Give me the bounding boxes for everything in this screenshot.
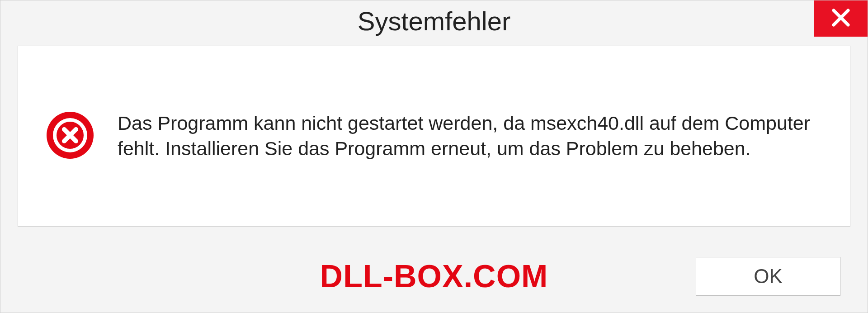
close-button[interactable] xyxy=(814,0,868,37)
close-icon xyxy=(831,8,851,29)
error-icon xyxy=(45,110,95,162)
dialog-title: Systemfehler xyxy=(358,6,510,36)
titlebar: Systemfehler xyxy=(0,0,868,41)
ok-button[interactable]: OK xyxy=(696,257,840,296)
watermark-text: DLL-BOX.COM xyxy=(320,258,548,294)
footer: DLL-BOX.COM OK xyxy=(0,249,868,304)
error-message: Das Programm kann nicht gestartet werden… xyxy=(118,111,823,161)
content-panel: Das Programm kann nicht gestartet werden… xyxy=(18,46,850,227)
